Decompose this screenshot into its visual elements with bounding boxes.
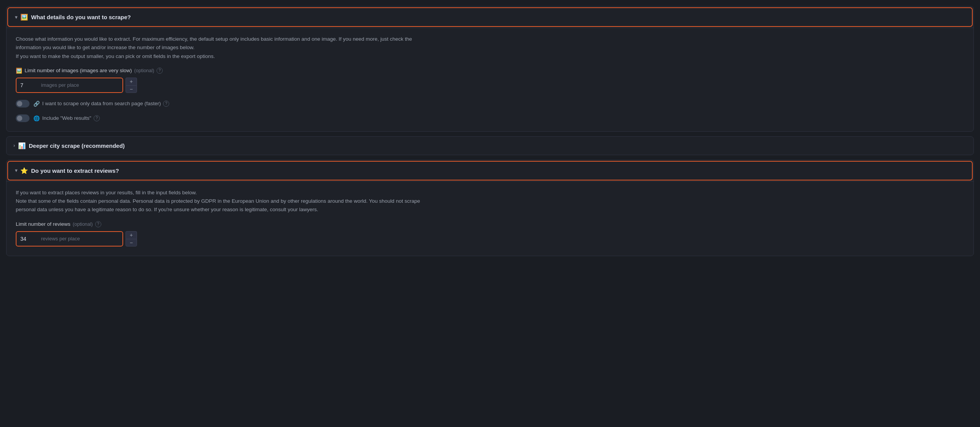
images-stepper: + − bbox=[125, 78, 137, 93]
reviews-input-box: reviews per place bbox=[16, 231, 123, 247]
web-results-icon: 🌐 bbox=[33, 115, 40, 121]
reviews-section-title: Do you want to extract reviews? bbox=[31, 167, 119, 174]
search-page-toggle-row: 🔗 I want to scrape only data from search… bbox=[16, 100, 964, 108]
reviews-section-content: If you want to extract places reviews in… bbox=[7, 181, 973, 256]
reviews-input-row: reviews per place + − bbox=[16, 231, 964, 247]
web-results-toggle-row: 🌐 Include "Web results" ? bbox=[16, 114, 964, 122]
deeper-section-icon: 📊 bbox=[18, 142, 26, 149]
reviews-section-icon: ⭐ bbox=[20, 167, 28, 174]
deeper-section-header[interactable]: › 📊 Deeper city scrape (recommended) bbox=[7, 137, 973, 155]
details-section-icon: 🖼️ bbox=[20, 13, 28, 21]
images-help-icon[interactable]: ? bbox=[157, 68, 163, 74]
reviews-description: If you want to extract places reviews in… bbox=[16, 189, 964, 214]
reviews-section-header[interactable]: ▾ ⭐ Do you want to extract reviews? bbox=[7, 161, 973, 180]
details-description: Choose what information you would like t… bbox=[16, 35, 964, 61]
images-label-text: Limit number of images (images are very … bbox=[25, 68, 132, 73]
reviews-unit-label: reviews per place bbox=[40, 236, 122, 242]
reviews-chevron-icon: ▾ bbox=[15, 168, 17, 173]
images-decrement-button[interactable]: − bbox=[125, 85, 137, 93]
reviews-decrement-button[interactable]: − bbox=[125, 239, 137, 247]
search-page-label-text: I want to scrape only data from search p… bbox=[42, 101, 161, 106]
reviews-section: ▾ ⭐ Do you want to extract reviews? If y… bbox=[6, 160, 974, 256]
images-input-row: images per place + − bbox=[16, 78, 964, 93]
reviews-optional-text: (optional) bbox=[73, 222, 93, 227]
images-input-box: images per place bbox=[16, 78, 123, 93]
details-section: ▾ 🖼️ What details do you want to scrape?… bbox=[6, 6, 974, 132]
images-input[interactable] bbox=[16, 78, 40, 92]
reviews-increment-button[interactable]: + bbox=[125, 231, 137, 239]
reviews-field-label: Limit number of reviews (optional) ? bbox=[16, 221, 964, 227]
deeper-section: › 📊 Deeper city scrape (recommended) bbox=[6, 136, 974, 155]
page-container: ▾ 🖼️ What details do you want to scrape?… bbox=[0, 0, 980, 262]
details-chevron-icon: ▾ bbox=[15, 15, 17, 20]
web-results-toggle[interactable] bbox=[16, 114, 30, 122]
web-results-label: 🌐 Include "Web results" ? bbox=[33, 115, 100, 121]
images-optional-text: (optional) bbox=[134, 68, 154, 73]
reviews-input[interactable] bbox=[16, 232, 40, 246]
search-page-icon: 🔗 bbox=[33, 101, 40, 107]
reviews-help-icon[interactable]: ? bbox=[95, 221, 101, 227]
reviews-stepper: + − bbox=[125, 231, 137, 247]
images-field-label: 🖼️ Limit number of images (images are ve… bbox=[16, 68, 964, 74]
search-page-toggle[interactable] bbox=[16, 100, 30, 108]
deeper-section-title: Deeper city scrape (recommended) bbox=[29, 142, 125, 149]
deeper-chevron-icon: › bbox=[13, 143, 15, 148]
web-results-slider bbox=[16, 114, 30, 122]
details-section-content: Choose what information you would like t… bbox=[7, 28, 973, 131]
reviews-label-text: Limit number of reviews bbox=[16, 221, 71, 227]
search-page-label: 🔗 I want to scrape only data from search… bbox=[33, 101, 169, 107]
web-results-label-text: Include "Web results" bbox=[42, 115, 91, 121]
details-section-title: What details do you want to scrape? bbox=[31, 14, 131, 20]
images-icon: 🖼️ bbox=[16, 68, 22, 74]
details-section-header[interactable]: ▾ 🖼️ What details do you want to scrape? bbox=[7, 7, 973, 27]
search-page-slider bbox=[16, 100, 30, 108]
images-unit-label: images per place bbox=[40, 82, 122, 88]
search-page-help-icon[interactable]: ? bbox=[163, 101, 169, 107]
web-results-help-icon[interactable]: ? bbox=[94, 115, 100, 121]
images-increment-button[interactable]: + bbox=[125, 78, 137, 85]
